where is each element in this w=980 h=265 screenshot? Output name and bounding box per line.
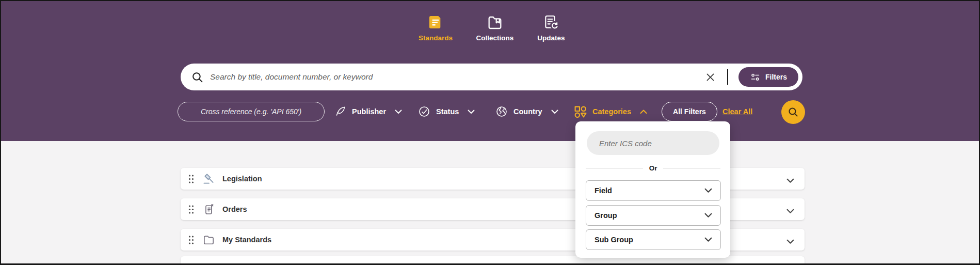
scroll-document-icon (202, 204, 215, 215)
quill-icon (334, 105, 346, 118)
chip-publisher[interactable]: Publisher (334, 102, 402, 121)
globe-icon (495, 105, 508, 118)
shapes-categories-icon (574, 105, 587, 118)
tab-standards-label: Standards (419, 34, 453, 42)
chip-publisher-label: Publisher (352, 107, 386, 116)
list-row-label: Orders (222, 205, 247, 213)
chevron-down-icon (468, 110, 475, 114)
clear-all-label: Clear All (722, 107, 752, 116)
list-row-label: Legislation (222, 175, 262, 183)
ics-code-input[interactable] (587, 131, 719, 155)
clear-search-icon[interactable] (705, 72, 716, 83)
group-select[interactable]: Group (586, 205, 721, 226)
all-filters-label: All Filters (673, 107, 706, 116)
chevron-down-icon (704, 188, 712, 193)
categories-panel: Or Field Group Sub Group (575, 121, 730, 258)
divider-line (663, 168, 720, 168)
chevron-down-icon (704, 213, 712, 218)
tab-updates[interactable]: Updates (532, 12, 571, 50)
clear-all-link[interactable]: Clear All (722, 102, 752, 121)
sub-group-select-label: Sub Group (595, 236, 633, 244)
chevron-down-icon (704, 237, 712, 242)
app-window: Standards Collections Updates (0, 0, 980, 265)
list-row-label: My Standards (222, 236, 271, 244)
drag-handle-icon[interactable] (188, 235, 195, 245)
field-select[interactable]: Field (586, 180, 721, 201)
chip-status-label: Status (436, 107, 459, 116)
search-input[interactable] (210, 72, 705, 82)
submit-search-button[interactable] (781, 100, 805, 124)
drag-handle-icon[interactable] (188, 174, 195, 184)
sub-group-select[interactable]: Sub Group (586, 229, 721, 250)
standards-doc-icon (427, 12, 444, 32)
field-select-label: Field (595, 186, 612, 195)
chip-country-label: Country (513, 107, 542, 116)
folder-icon (202, 234, 215, 246)
chevron-down-icon[interactable] (786, 207, 794, 216)
drag-handle-icon[interactable] (188, 205, 195, 214)
divider-line (586, 168, 643, 168)
tab-collections[interactable]: Collections (472, 12, 518, 50)
chevron-down-icon (551, 110, 558, 114)
filters-button[interactable]: Filters (738, 67, 798, 87)
chip-categories-label: Categories (592, 107, 631, 116)
search-bar: Filters (181, 64, 802, 90)
updates-refresh-doc-icon (543, 12, 559, 32)
tab-standards[interactable]: Standards (414, 12, 457, 50)
search-icon (191, 71, 204, 84)
chevron-down-icon[interactable] (786, 176, 794, 185)
chip-status[interactable]: Status (418, 102, 475, 121)
chevron-down-icon[interactable] (786, 237, 794, 246)
filters-button-label: Filters (765, 73, 787, 81)
collections-folder-icon (487, 12, 503, 32)
search-icon (787, 106, 799, 118)
filter-sliders-icon (750, 72, 761, 83)
chevron-down-icon (395, 110, 402, 114)
or-label: Or (649, 164, 657, 172)
gavel-icon (202, 173, 215, 185)
all-filters-button[interactable]: All Filters (662, 102, 717, 121)
cross-reference-input[interactable] (178, 102, 325, 121)
header: Standards Collections Updates (1, 1, 979, 141)
chip-country[interactable]: Country (495, 102, 558, 121)
chip-categories[interactable]: Categories (574, 102, 647, 121)
tab-collections-label: Collections (476, 34, 514, 42)
group-select-label: Group (595, 211, 617, 220)
search-divider (727, 69, 728, 85)
chevron-up-icon (640, 110, 647, 114)
tab-updates-label: Updates (537, 34, 565, 42)
or-divider: Or (586, 163, 720, 173)
check-circle-icon (418, 105, 430, 118)
